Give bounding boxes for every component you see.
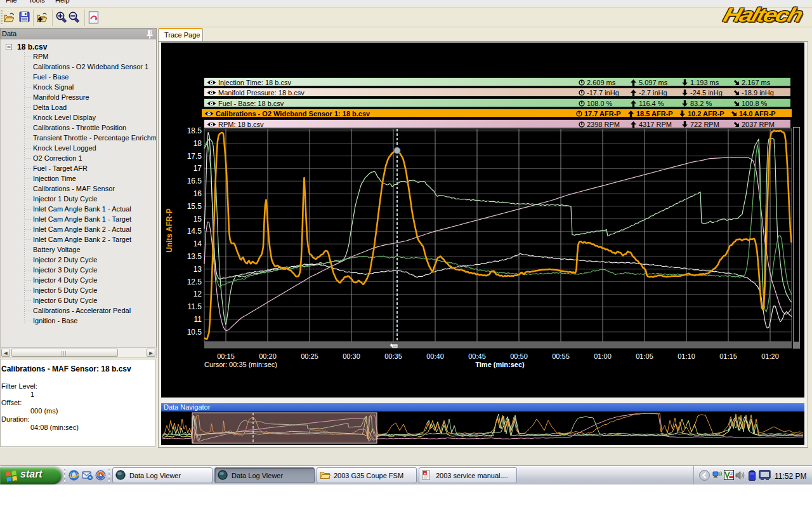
svg-text:14.5: 14.5 xyxy=(187,227,202,236)
svg-text:15: 15 xyxy=(193,215,202,224)
svg-text:00:40: 00:40 xyxy=(426,352,444,360)
svg-text:16.5: 16.5 xyxy=(187,177,202,185)
svg-text:00:25: 00:25 xyxy=(301,352,318,360)
svg-text:15.5: 15.5 xyxy=(187,202,202,211)
svg-text:00:45: 00:45 xyxy=(468,352,486,360)
svg-text:00:50: 00:50 xyxy=(510,352,528,360)
svg-text:11.5: 11.5 xyxy=(188,302,202,311)
svg-text:16: 16 xyxy=(193,189,202,198)
svg-text:17.5: 17.5 xyxy=(187,152,202,161)
svg-text:18: 18 xyxy=(193,139,202,148)
svg-text:12.5: 12.5 xyxy=(187,277,202,286)
svg-text:Time (min:sec): Time (min:sec) xyxy=(475,361,525,368)
svg-text:01:00: 01:00 xyxy=(594,352,612,360)
svg-text:01:20: 01:20 xyxy=(761,352,779,360)
svg-text:11: 11 xyxy=(194,315,202,324)
svg-text:10.5: 10.5 xyxy=(187,328,202,337)
svg-text:00:15: 00:15 xyxy=(217,352,235,360)
svg-text:13.5: 13.5 xyxy=(187,252,202,261)
svg-text:01:10: 01:10 xyxy=(678,352,695,360)
svg-text:Cursor: 00:35 (min:sec): Cursor: 00:35 (min:sec) xyxy=(204,361,277,368)
svg-text:00:35: 00:35 xyxy=(384,352,402,360)
svg-text:18.5: 18.5 xyxy=(187,126,202,135)
svg-text:01:05: 01:05 xyxy=(636,352,653,360)
svg-text:12: 12 xyxy=(193,290,202,298)
svg-text:00:55: 00:55 xyxy=(552,352,570,360)
svg-text:13: 13 xyxy=(193,265,202,274)
svg-text:2: 2 xyxy=(730,471,733,476)
svg-text:00:20: 00:20 xyxy=(259,352,277,360)
svg-text:14: 14 xyxy=(193,239,202,248)
svg-text:01:15: 01:15 xyxy=(719,352,737,360)
svg-text:00:30: 00:30 xyxy=(343,352,360,360)
svg-text:Units AFR-P: Units AFR-P xyxy=(165,208,174,253)
svg-text:17: 17 xyxy=(193,164,202,173)
